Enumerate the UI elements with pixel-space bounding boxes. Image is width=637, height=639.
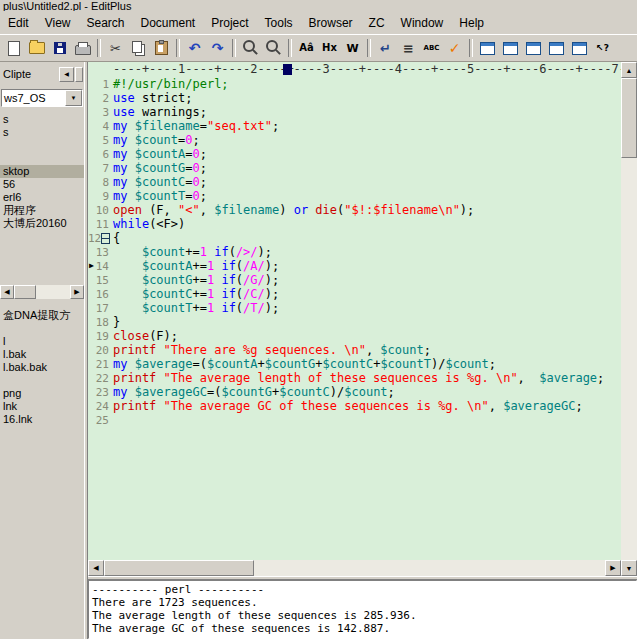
directory-item[interactable]: s: [0, 113, 84, 126]
menu-item-window[interactable]: Window: [393, 13, 452, 33]
directory-item[interactable]: erl6: [0, 191, 84, 204]
menu-item-search[interactable]: Search: [78, 13, 132, 33]
code-line[interactable]: ▶14 $countA+=1 if(/A/);: [88, 259, 621, 273]
title-bar[interactable]: plus\Untitled2.pl - EditPlus: [0, 0, 637, 11]
file-item[interactable]: 16.lnk: [0, 413, 84, 426]
find-button[interactable]: [239, 37, 262, 59]
save-button[interactable]: [48, 37, 71, 59]
case-convert-button[interactable]: Aâ: [295, 37, 318, 59]
code-line[interactable]: 7my $countG=0;: [88, 161, 621, 175]
code-line[interactable]: 19close(F);: [88, 329, 621, 343]
code-line[interactable]: 12{: [88, 231, 621, 245]
open-file-button[interactable]: [25, 37, 48, 59]
menu-item-help[interactable]: Help: [451, 13, 492, 33]
editor-horizontal-scrollbar[interactable]: ◀ ▶: [88, 560, 621, 576]
menu-item-zc[interactable]: ZC: [361, 13, 393, 33]
code-line[interactable]: 4my $filename="seq.txt";: [88, 119, 621, 133]
code-line[interactable]: 24printf "The average GC of these sequen…: [88, 399, 621, 413]
find-in-files-button[interactable]: [262, 37, 285, 59]
file-item[interactable]: [0, 374, 84, 387]
directory-item[interactable]: 56: [0, 178, 84, 191]
code-line[interactable]: 2use strict;: [88, 91, 621, 105]
file-item[interactable]: [0, 322, 84, 335]
redo-button[interactable]: ↷: [206, 37, 229, 59]
file-item[interactable]: 盒DNA提取方: [0, 309, 84, 322]
scrollbar-track[interactable]: [621, 158, 637, 560]
word-wrap-button[interactable]: W: [341, 37, 364, 59]
directory-item[interactable]: 大博后20160: [0, 217, 84, 230]
code-line[interactable]: 17 $countT+=1 if(/T/);: [88, 301, 621, 315]
scroll-up-icon[interactable]: ▲: [621, 62, 637, 78]
code-line[interactable]: 20printf "There are %g sequences. \n", $…: [88, 343, 621, 357]
spell-check-button[interactable]: ABC: [420, 37, 443, 59]
paste-button[interactable]: [150, 37, 173, 59]
hex-view-button[interactable]: Hx: [318, 37, 341, 59]
code-line[interactable]: 22printf "The average length of these se…: [88, 371, 621, 385]
scroll-right-icon[interactable]: ▶: [70, 285, 84, 299]
code-line[interactable]: 11while(<F>): [88, 217, 621, 231]
line-number-button[interactable]: ≡: [397, 37, 420, 59]
soft-wrap-button[interactable]: ↵: [374, 37, 397, 59]
scroll-right-icon[interactable]: ▶: [605, 560, 621, 576]
undo-button[interactable]: ↶: [183, 37, 206, 59]
cliptext-window-button[interactable]: [522, 37, 545, 59]
scroll-down-icon[interactable]: ▼: [621, 560, 637, 576]
fold-icon[interactable]: [101, 233, 110, 244]
panel-back-button[interactable]: ◀: [59, 67, 74, 82]
scrollbar-track[interactable]: [254, 560, 605, 576]
panel-pin-button[interactable]: [75, 67, 83, 82]
code-line[interactable]: 25: [88, 413, 621, 427]
code-line[interactable]: 18}: [88, 315, 621, 329]
code-area[interactable]: 1#!/usr/bin/perl;2use strict;3use warnin…: [88, 77, 621, 560]
directory-window-button[interactable]: [499, 37, 522, 59]
code-line[interactable]: 1#!/usr/bin/perl;: [88, 77, 621, 91]
file-item[interactable]: l: [0, 335, 84, 348]
editor-vertical-scrollbar[interactable]: ▲ ▼: [621, 62, 637, 576]
menu-item-project[interactable]: Project: [203, 13, 256, 33]
file-item[interactable]: lnk: [0, 400, 84, 413]
context-help-button[interactable]: ↖?: [591, 37, 614, 59]
document-list-button[interactable]: [476, 37, 499, 59]
menu-item-document[interactable]: Document: [133, 13, 204, 33]
menu-item-tools[interactable]: Tools: [257, 13, 301, 33]
directory-scrollbar[interactable]: ◀ ▶: [0, 285, 84, 299]
scrollbar-thumb[interactable]: [621, 78, 637, 158]
drive-selector[interactable]: ws7_OS ▼: [1, 89, 83, 107]
copy-button[interactable]: [127, 37, 150, 59]
directory-item[interactable]: s: [0, 126, 84, 139]
scroll-left-icon[interactable]: ◀: [88, 560, 104, 576]
directory-item[interactable]: [0, 152, 84, 165]
directory-item[interactable]: [0, 139, 84, 152]
code-line[interactable]: 23my $averageGC=($countG+$countC)/$count…: [88, 385, 621, 399]
output-window-button[interactable]: [545, 37, 568, 59]
file-item[interactable]: png: [0, 387, 84, 400]
menu-item-browser[interactable]: Browser: [301, 13, 361, 33]
directory-item[interactable]: sktop: [0, 165, 84, 178]
scrollbar-track[interactable]: [36, 285, 70, 299]
scroll-left-icon[interactable]: ◀: [0, 285, 14, 299]
code-line[interactable]: 9my $countT=0;: [88, 189, 621, 203]
scrollbar-thumb[interactable]: [14, 285, 36, 299]
code-line[interactable]: 3use warnings;: [88, 105, 621, 119]
code-line[interactable]: 21my $average=($countA+$countG+$countC+$…: [88, 357, 621, 371]
file-item[interactable]: l.bak: [0, 348, 84, 361]
dropdown-icon[interactable]: ▼: [65, 90, 82, 106]
code-line[interactable]: 15 $countG+=1 if(/G/);: [88, 273, 621, 287]
cut-button[interactable]: ✂: [104, 37, 127, 59]
code-line[interactable]: 8my $countC=0;: [88, 175, 621, 189]
code-line[interactable]: 16 $countC+=1 if(/C/);: [88, 287, 621, 301]
file-item[interactable]: l.bak.bak: [0, 361, 84, 374]
code-line[interactable]: 5my $count=0;: [88, 133, 621, 147]
scrollbar-thumb[interactable]: [104, 560, 254, 576]
syntax-check-button[interactable]: ✓: [443, 37, 466, 59]
browser-window-button[interactable]: [568, 37, 591, 59]
code-line[interactable]: 6my $countA=0;: [88, 147, 621, 161]
directory-item[interactable]: 用程序: [0, 204, 84, 217]
new-file-button[interactable]: [2, 37, 25, 59]
menu-item-edit[interactable]: Edit: [0, 13, 37, 33]
output-window[interactable]: ---------- perl ----------There are 1723…: [88, 580, 637, 639]
menu-item-view[interactable]: View: [37, 13, 79, 33]
print-button[interactable]: [71, 37, 94, 59]
code-line[interactable]: 10open (F, "<", $filename) or die("$!:$f…: [88, 203, 621, 217]
code-line[interactable]: 13 $count+=1 if(/>/);: [88, 245, 621, 259]
